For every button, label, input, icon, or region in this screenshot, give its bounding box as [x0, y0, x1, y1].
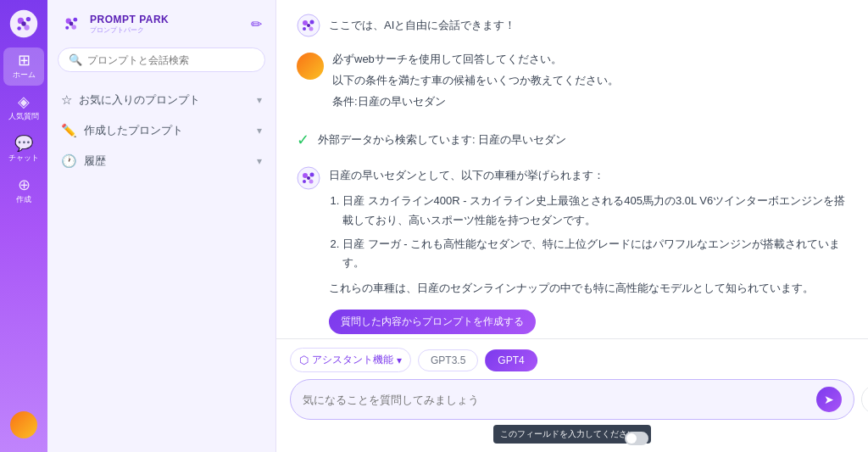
svg-point-15 — [309, 27, 314, 31]
user-msg-line2: 以下の条件を満たす車の候補をいくつか教えてください。 — [332, 72, 848, 90]
info-toggle[interactable] — [625, 432, 648, 445]
send-icon: ➤ — [824, 393, 834, 406]
sidebar-section-history[interactable]: 🕐 履歴 ▾ — [58, 147, 265, 176]
assistant-function-button[interactable]: ⬡ アシスタント機能 ▾ — [290, 348, 411, 372]
svg-point-11 — [70, 22, 74, 26]
sidebar-section-favorites[interactable]: ☆ お気に入りのプロンプト ▾ — [58, 86, 265, 114]
ai-response-intro: 日産の早いセダンとして、以下の車種が挙げられます： — [329, 166, 848, 185]
assistant-btn-label: アシスタント機能 — [312, 353, 393, 367]
svg-point-16 — [303, 27, 306, 31]
ai-response-conclusion: これらの車種は、日産のセダンラインナップの中でも特に高性能なモデルとして知られて… — [329, 279, 848, 298]
svg-point-13 — [303, 20, 308, 25]
input-row: ➤ — [290, 379, 854, 420]
user-msg-line3: 条件:日産の早いセダン — [332, 93, 848, 111]
nav-label-popular: 人気質問 — [8, 111, 39, 122]
ai-response-block: 日産の早いセダンとして、以下の車種が挙げられます： 日産 スカイライン400R … — [297, 166, 848, 334]
search-input[interactable] — [87, 54, 254, 66]
user-avatar-bubble — [297, 53, 324, 80]
nav-bar: ⊞ ホーム ◈ 人気質問 💬 チャット ⊕ 作成 — [0, 0, 47, 452]
svg-point-2 — [26, 17, 31, 21]
new-chat-button[interactable]: ✏ — [248, 13, 265, 36]
model-tab-gpt4[interactable]: GPT4 — [485, 349, 537, 371]
model-tab-gpt35[interactable]: GPT3.5 — [418, 349, 478, 371]
main-content: ここでは、AIと自由に会話できます！ 必ずwebサーチを使用して回答してください… — [276, 0, 868, 452]
assistant-chevron-icon: ▾ — [397, 354, 402, 366]
nav-label-home: ホーム — [13, 70, 36, 81]
assistant-icon: ⬡ — [299, 354, 309, 366]
svg-point-19 — [303, 173, 308, 178]
svg-point-10 — [65, 26, 69, 30]
nav-item-popular[interactable]: ◈ 人気質問 — [3, 89, 44, 127]
chevron-down-icon-2: ▾ — [257, 125, 262, 137]
create-prompt-button[interactable]: 質問した内容からプロンプトを作成する — [329, 310, 536, 334]
svg-point-23 — [307, 176, 310, 180]
user-message-content: 必ずwebサーチを使用して回答してください。 以下の条件を満たす車の候補をいくつ… — [332, 51, 848, 114]
home-icon: ⊞ — [18, 53, 31, 68]
nav-item-home[interactable]: ⊞ ホーム — [3, 47, 44, 86]
history-label: 履歴 — [84, 153, 106, 169]
created-label: 作成したプロンプト — [84, 123, 183, 138]
welcome-text: ここでは、AIと自由に会話できます！ — [329, 18, 515, 33]
ai-response-list: 日産 スカイライン400R - スカイライン史上最強とされる405馬力の3.0L… — [342, 192, 848, 271]
search-status-text: 外部データから検索しています: 日産の早いセダン — [318, 132, 566, 148]
ai-welcome: ここでは、AIと自由に会話できます！ — [297, 14, 848, 37]
chat-icon: 💬 — [14, 136, 33, 151]
mic-button[interactable]: 🎤 — [861, 385, 868, 414]
history-icon: 🕐 — [61, 153, 77, 169]
input-wrapper: ➤ 🎤 このフィールドを入力してください。 — [290, 379, 854, 420]
svg-point-4 — [17, 26, 21, 31]
list-item: 日産 フーガ - これも高性能なセダンで、特に上位グレードにはパワフルなエンジン… — [342, 235, 848, 272]
brand: PROMPT PARK プロンプトパーク — [58, 10, 169, 37]
chevron-down-icon-3: ▾ — [257, 155, 262, 167]
svg-point-21 — [309, 180, 314, 184]
create-icon: ⊕ — [18, 177, 31, 193]
search-status: ✓ 外部データから検索しています: 日産の早いセダン — [297, 127, 848, 153]
list-item: 日産 スカイライン400R - スカイライン史上最強とされる405馬力の3.0L… — [342, 192, 848, 229]
nav-item-chat[interactable]: 💬 チャット — [3, 131, 44, 169]
svg-point-20 — [310, 173, 314, 177]
brand-text: PROMPT PARK プロンプトパーク — [90, 14, 169, 35]
ai-response-content: 日産の早いセダンとして、以下の車種が挙げられます： 日産 スカイライン400R … — [329, 166, 848, 334]
favorites-label: お気に入りのプロンプト — [79, 92, 200, 108]
popular-icon: ◈ — [18, 94, 30, 109]
svg-point-22 — [303, 180, 306, 183]
pencil-icon: ✏️ — [61, 123, 77, 138]
svg-point-5 — [21, 21, 25, 25]
search-icon: 🔍 — [69, 53, 82, 66]
star-icon: ☆ — [61, 92, 72, 108]
send-button[interactable]: ➤ — [816, 387, 842, 412]
chevron-down-icon: ▾ — [257, 94, 262, 106]
brand-name: PROMPT PARK — [90, 14, 169, 25]
brand-sub: プロンプトパーク — [90, 25, 169, 35]
chat-input[interactable] — [303, 393, 810, 406]
brand-logo — [7, 7, 41, 41]
bottom-bar: ⬡ アシスタント機能 ▾ GPT3.5 GPT4 ➤ 🎤 このフィールドを入力し… — [276, 338, 868, 452]
svg-point-14 — [310, 20, 314, 25]
sidebar: PROMPT PARK プロンプトパーク ✏ 🔍 ☆ お気に入りのプロンプト ▾… — [47, 0, 276, 452]
svg-point-17 — [307, 24, 310, 27]
check-icon: ✓ — [297, 131, 309, 149]
chat-area: ここでは、AIと自由に会話できます！ 必ずwebサーチを使用して回答してください… — [276, 0, 868, 338]
sidebar-header: PROMPT PARK プロンプトパーク ✏ — [58, 10, 265, 37]
nav-label-chat: チャット — [8, 153, 39, 164]
sidebar-section-created[interactable]: ✏️ 作成したプロンプト ▾ — [58, 116, 265, 145]
user-avatar[interactable] — [10, 411, 37, 438]
search-box: 🔍 — [58, 47, 265, 72]
svg-point-8 — [73, 18, 77, 22]
nav-label-create: 作成 — [16, 194, 31, 205]
user-message-block: 必ずwebサーチを使用して回答してください。 以下の条件を満たす車の候補をいくつ… — [297, 51, 848, 114]
user-msg-line1: 必ずwebサーチを使用して回答してください。 — [332, 51, 848, 69]
nav-item-create[interactable]: ⊕ 作成 — [3, 172, 44, 210]
model-selector-row: ⬡ アシスタント機能 ▾ GPT3.5 GPT4 — [290, 348, 854, 372]
